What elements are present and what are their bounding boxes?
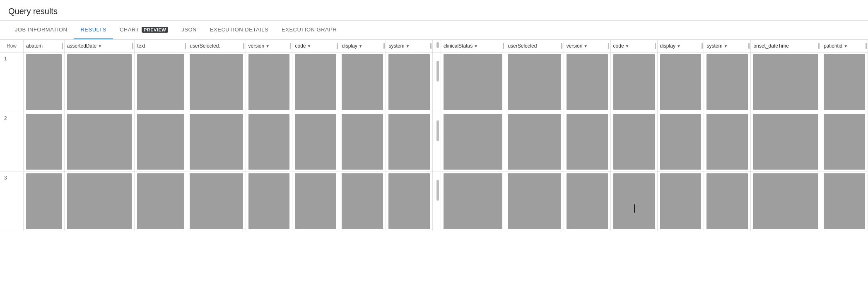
row-number-1: 1 [0,53,23,112]
cell-display-3 [339,172,386,231]
col-resize-code[interactable] [335,40,339,52]
cell-version-3 [246,172,292,231]
cell-display2-3 [657,172,704,231]
col-resize-userSelected[interactable] [242,40,246,52]
col-resize-code2[interactable] [654,40,657,52]
col-header-patientid[interactable]: patientid ▼ [821,40,868,53]
caret-display: ▼ [359,44,363,48]
cell-userSelected-2 [187,112,246,172]
cell-text-1 [135,53,187,112]
cell-display2-1 [657,53,704,112]
col-header-onset[interactable]: onset_dateTime [751,40,821,53]
col-header-version[interactable]: version ▼ [246,40,292,53]
tab-json[interactable]: JSON [175,21,203,39]
col-resize-clinicalStatus[interactable] [502,40,505,52]
caret-code2: ▼ [625,44,629,48]
col-header-system2[interactable]: system ▼ [704,40,751,53]
col-resize-abatem[interactable] [61,40,64,52]
col-resize-display[interactable] [382,40,386,52]
col-resize-text[interactable] [183,40,187,52]
tab-results[interactable]: RESULTS [74,21,113,39]
col-header-abatem[interactable]: abatem [23,40,64,53]
col-resize-version2[interactable] [607,40,610,52]
cell-display2-2 [657,112,704,172]
col-header-clinicalStatus[interactable]: clinicalStatus ▼ [441,40,505,53]
cell-code2-3 [610,172,657,231]
cell-clinicalStatus-2 [441,112,505,172]
scroll-divider-row1 [433,53,441,112]
tab-execution-graph[interactable]: EXECUTION GRAPH [275,21,343,39]
row-number-header: Row [0,40,23,53]
table-container: Row abatem assertedDate ▼ [0,40,868,231]
col-resize-userSelected2[interactable] [560,40,564,52]
col-header-system[interactable]: system ▼ [386,40,433,53]
cell-onset-3 [751,172,821,231]
cell-userSelected2-3 [505,172,564,231]
cell-onset-1 [751,53,821,112]
cell-abatem-1 [23,53,64,112]
table-row: 2 [0,112,868,172]
cell-assertedDate-2 [64,112,134,172]
cell-abatem-2 [23,112,64,172]
cell-text-2 [135,112,187,172]
col-resize-onset[interactable] [817,40,821,52]
preview-badge: PREVIEW [142,27,168,33]
col-header-assertedDate[interactable]: assertedDate ▼ [64,40,134,53]
cell-display-2 [339,112,386,172]
cell-patientid-3 [821,172,868,231]
cell-version-2 [246,112,292,172]
cell-code-1 [292,53,339,112]
cell-system-1 [386,53,433,112]
scroll-divider-row2 [433,112,441,172]
caret-version2: ▼ [583,44,588,48]
caret-version: ▼ [265,44,270,48]
row-number-3: 3 [0,172,23,231]
caret-clinicalStatus: ▼ [474,44,478,48]
cell-code-2 [292,112,339,172]
cell-version2-3 [564,172,610,231]
col-resize-system2[interactable] [747,40,750,52]
page-title: Query results [0,0,868,21]
caret-assertedDate: ▼ [98,44,102,48]
col-header-userSelected[interactable]: userSelected. [187,40,246,53]
col-header-text[interactable]: text [135,40,187,53]
cell-system2-1 [704,53,751,112]
cell-assertedDate-3 [64,172,134,231]
col-header-userSelected2[interactable]: userSelected [505,40,564,53]
cell-userSelected-3 [187,172,246,231]
tab-execution-details[interactable]: EXECUTION DETAILS [203,21,275,39]
col-resize-assertedDate[interactable] [131,40,134,52]
col-header-code[interactable]: code ▼ [292,40,339,53]
tabs-bar: JOB INFORMATION RESULTS CHART PREVIEW JS… [0,21,868,40]
col-header-display[interactable]: display ▼ [339,40,386,53]
col-resize-system[interactable] [429,40,432,52]
row-number-2: 2 [0,112,23,172]
cell-version-1 [246,53,292,112]
tab-chart-label: CHART [120,26,139,33]
cell-code-3 [292,172,339,231]
col-header-version2[interactable]: version ▼ [564,40,610,53]
cell-clinicalStatus-3 [441,172,505,231]
caret-display2: ▼ [677,44,681,48]
cell-userSelected-1 [187,53,246,112]
cell-code2-2 [610,112,657,172]
col-resize-patientid[interactable] [864,40,868,52]
cell-system-3 [386,172,433,231]
table-row: 1 [0,53,868,112]
col-header-code2[interactable]: code ▼ [610,40,657,53]
scroll-divider-header [433,40,441,53]
cell-abatem-3 [23,172,64,231]
tab-job-information[interactable]: JOB INFORMATION [8,21,74,39]
caret-patientid: ▼ [844,44,848,48]
col-header-display2[interactable]: display ▼ [657,40,704,53]
col-resize-display2[interactable] [700,40,704,52]
cell-display-1 [339,53,386,112]
cell-patientid-1 [821,53,868,112]
col-resize-version[interactable] [289,40,292,52]
tab-chart[interactable]: CHART PREVIEW [113,21,175,39]
caret-system: ▼ [405,44,410,48]
cell-userSelected2-2 [505,112,564,172]
cell-system2-3 [704,172,751,231]
cell-system-2 [386,112,433,172]
cell-version2-1 [564,53,610,112]
